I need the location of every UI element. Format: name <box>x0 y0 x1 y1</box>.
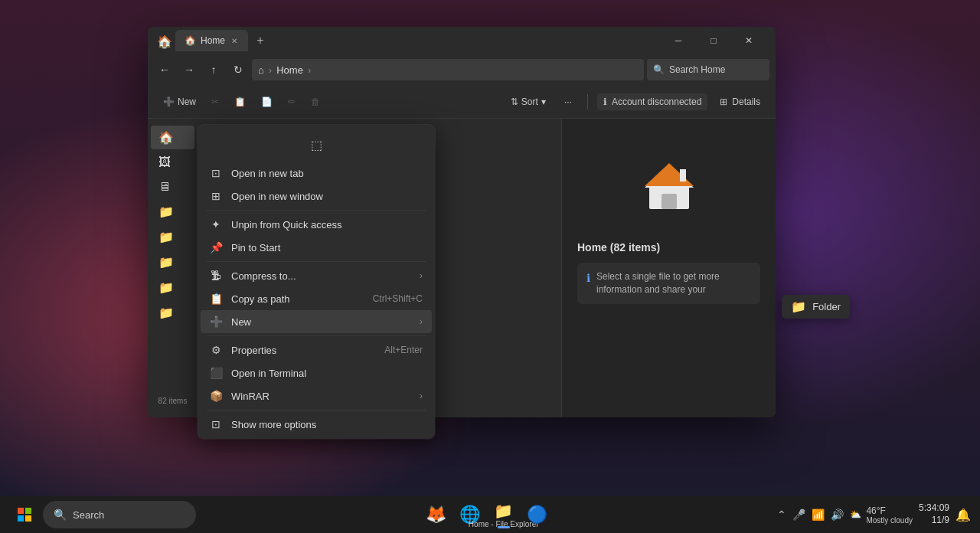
new-ctx-icon: ➕ <box>210 316 222 328</box>
ctx-properties-label: Properties <box>231 345 375 356</box>
tab-icon: 🏠 <box>185 35 196 46</box>
info-circle-icon: ℹ <box>586 272 590 284</box>
notification-icon[interactable]: 🔔 <box>956 508 971 522</box>
home-large-icon <box>631 149 707 226</box>
title-bar: 🏠 🏠 Home ✕ + ─ □ ✕ <box>148 27 776 54</box>
account-status[interactable]: ℹ Account disconnected <box>597 93 707 110</box>
winrar-icon: 📦 <box>210 390 222 402</box>
sort-icon: ⇅ <box>511 96 518 107</box>
sidebar-item-pictures[interactable]: 📁 <box>151 250 194 274</box>
folder-icon-1: 📁 <box>158 204 174 219</box>
delete-btn[interactable]: 🗑 <box>305 93 326 110</box>
ctx-pin-to-start[interactable]: 📌 Pin to Start <box>201 236 432 259</box>
minimize-btn[interactable]: ─ <box>661 28 696 53</box>
ctx-show-more[interactable]: ⊡ Show more options <box>201 413 432 436</box>
folder-submenu[interactable]: 📁 Folder <box>782 295 850 319</box>
details-panel: Home (82 items) ℹ Select a single file t… <box>561 119 776 417</box>
ctx-top-row: ⬚ <box>201 128 432 162</box>
folder-icon-4: 📁 <box>158 280 174 295</box>
network-icon[interactable]: 📶 <box>812 508 825 521</box>
home-tab[interactable]: 🏠 Home ✕ <box>175 30 248 51</box>
back-btn[interactable]: ← <box>154 59 175 80</box>
details-info-box: ℹ Select a single file to get more infor… <box>577 263 760 304</box>
ctx-properties[interactable]: ⚙ Properties Alt+Enter <box>201 338 432 361</box>
folder-submenu-label: Folder <box>812 301 841 312</box>
clock-time: 5:34:09 <box>919 502 949 515</box>
open-window-icon: ⊞ <box>210 190 222 202</box>
close-btn[interactable]: ✕ <box>731 28 766 53</box>
sidebar-item-downloads[interactable]: 📁 <box>151 225 194 249</box>
sidebar-item-desktop[interactable]: 🖥 <box>151 175 194 198</box>
up-btn[interactable]: ↑ <box>203 59 224 80</box>
copy-path-icon: 📋 <box>210 293 222 305</box>
edge-icon: 🔵 <box>527 505 547 525</box>
ctx-new-label: New <box>231 316 410 328</box>
ctx-show-more-label: Show more options <box>231 419 423 430</box>
more-btn[interactable]: ··· <box>558 93 578 110</box>
folder-submenu-icon: 📁 <box>791 299 806 314</box>
taskbar-app-edge[interactable]: 🔵 <box>522 499 553 530</box>
ctx-unpin-label: Unpin from Quick access <box>231 219 423 231</box>
chevron-up-icon[interactable]: ⌃ <box>777 508 786 521</box>
forward-btn[interactable]: → <box>178 59 200 80</box>
account-label: Account disconnected <box>612 96 701 107</box>
toolbar: ➕ New ✂ 📋 📄 ✏ 🗑 ⇅ Sort ▾ ··· ℹ Account d… <box>148 85 776 119</box>
details-icon: ⊞ <box>720 96 727 107</box>
details-btn[interactable]: ⊞ Details <box>714 93 766 110</box>
svg-rect-8 <box>18 515 24 522</box>
search-placeholder: Search Home <box>669 64 725 75</box>
address-bar[interactable]: ⌂ › Home › <box>252 59 644 80</box>
taskbar-app-user[interactable]: 🦊 <box>421 499 452 530</box>
context-menu: ⬚ ⊡ Open in new tab ⊞ Open in new window… <box>198 125 435 439</box>
sidebar-item-gallery[interactable]: 🖼 <box>151 151 194 174</box>
ctx-open-terminal[interactable]: ⬛ Open in Terminal <box>201 361 432 384</box>
ctx-unpin-quick-access[interactable]: ✦ Unpin from Quick access <box>201 213 432 236</box>
paste-btn[interactable]: 📄 <box>255 93 279 110</box>
ctx-copy-as-path[interactable]: 📋 Copy as path Ctrl+Shift+C <box>201 287 432 310</box>
ctx-copy-icon[interactable]: ⬚ <box>304 132 328 157</box>
new-tab-btn[interactable]: + <box>251 31 270 50</box>
unpin-icon: ✦ <box>210 218 222 231</box>
microphone-icon[interactable]: 🎤 <box>792 508 805 521</box>
copy-btn[interactable]: 📋 <box>228 93 252 110</box>
refresh-btn[interactable]: ↻ <box>227 59 249 80</box>
clock[interactable]: 5:34:09 11/9 <box>919 502 949 526</box>
rename-btn[interactable]: ✏ <box>282 93 302 110</box>
compress-arrow: › <box>420 270 423 281</box>
sidebar-item-videos[interactable]: 📁 <box>151 200 194 224</box>
cut-btn[interactable]: ✂ <box>205 93 225 110</box>
taskbar-search-icon: 🔍 <box>54 508 67 521</box>
sidebar-item-documents[interactable]: 📁 <box>151 301 194 325</box>
address-home-label: Home <box>276 64 303 76</box>
taskbar-search[interactable]: 🔍 Search <box>43 501 196 528</box>
ctx-new[interactable]: ➕ New › <box>201 310 432 333</box>
ctx-open-new-window[interactable]: ⊞ Open in new window <box>201 185 432 208</box>
weather-temp: 46°F <box>866 505 913 516</box>
new-btn[interactable]: ➕ New <box>157 93 202 110</box>
ctx-open-new-tab[interactable]: ⊡ Open in new tab <box>201 162 432 185</box>
folder-icon-5: 📁 <box>158 306 174 320</box>
search-bar[interactable]: 🔍 Search Home <box>647 59 769 80</box>
svg-rect-7 <box>25 508 31 514</box>
weather-icon: ⛅ <box>850 509 861 520</box>
ctx-winrar[interactable]: 📦 WinRAR › <box>201 384 432 407</box>
sort-btn[interactable]: ⇅ Sort ▾ <box>505 93 552 110</box>
tab-close-btn[interactable]: ✕ <box>230 35 239 47</box>
sort-label: Sort <box>521 96 538 107</box>
volume-icon[interactable]: 🔊 <box>831 508 844 521</box>
start-button[interactable] <box>9 499 40 530</box>
compress-icon: 🗜 <box>210 270 222 282</box>
ctx-compress-to[interactable]: 🗜 Compress to... › <box>201 264 432 287</box>
sidebar-item-home[interactable]: 🏠 <box>151 126 194 149</box>
ctx-sep-2 <box>207 261 426 262</box>
sidebar-item-videos2[interactable]: 📁 <box>151 276 194 299</box>
details-title: Home (82 items) <box>577 241 660 253</box>
gallery-icon: 🖼 <box>158 155 171 169</box>
ctx-compress-label: Compress to... <box>231 270 410 282</box>
weather-widget[interactable]: ⛅ 46°F Mostly cloudy <box>850 505 913 525</box>
taskbar-app-file-explorer[interactable]: 📁 Home - File Explorer <box>488 499 519 530</box>
maximize-btn[interactable]: □ <box>696 28 731 53</box>
folder-icon-2: 📁 <box>158 230 174 244</box>
new-label: New <box>178 96 196 107</box>
taskbar-right: ⌃ 🎤 📶 🔊 ⛅ 46°F Mostly cloudy 5:34:09 11/… <box>777 502 971 526</box>
